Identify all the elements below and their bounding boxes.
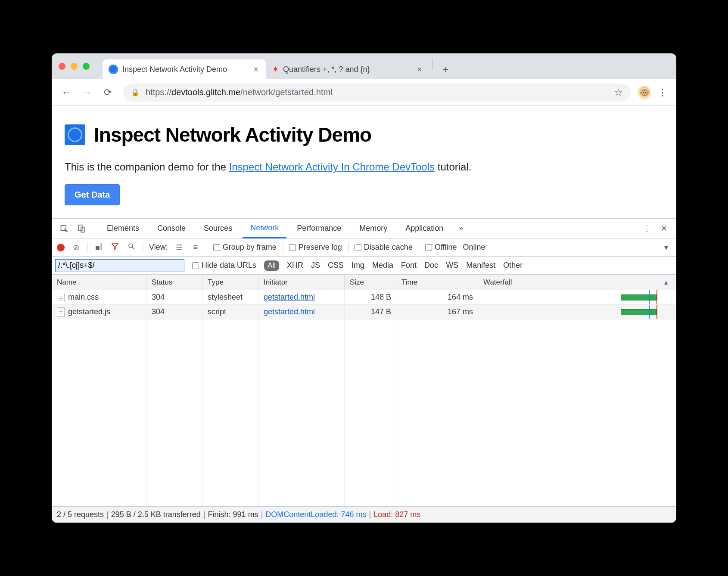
table-row[interactable]: main.css 304 stylesheet getstarted.html … [52, 290, 676, 305]
browser-tab-active[interactable]: Inspect Network Activity Demo × [103, 59, 266, 79]
window-controls [59, 53, 103, 79]
col-waterfall[interactable]: Waterfall▲ [478, 275, 676, 290]
file-icon [57, 307, 65, 317]
col-initiator[interactable]: Initiator [258, 275, 345, 290]
address-bar: ← → ⟳ 🔒 https://devtools.glitch.me/netwo… [52, 79, 676, 106]
col-size[interactable]: Size [345, 275, 396, 290]
page-content: Inspect Network Activity Demo This is th… [52, 106, 676, 218]
camera-icon[interactable]: ■ꟾ [93, 243, 104, 252]
disable-cache-checkbox[interactable]: Disable cache [355, 243, 413, 252]
chrome-devtools-icon [109, 65, 118, 74]
overview-icon[interactable]: ≡ [190, 243, 201, 252]
page-favicon-icon: ✶ [272, 65, 279, 74]
filter-type-img[interactable]: Img [352, 261, 364, 270]
col-time[interactable]: Time [396, 275, 478, 290]
minimize-window-button[interactable] [71, 63, 78, 70]
record-button[interactable] [57, 244, 65, 251]
initiator-link[interactable]: getstarted.html [264, 293, 315, 302]
svg-rect-2 [81, 227, 84, 232]
search-icon[interactable] [126, 242, 137, 252]
status-requests: 2 / 5 requests [57, 510, 104, 519]
devtools-tab-elements[interactable]: Elements [99, 219, 147, 238]
page-intro: This is the companion demo for the Inspe… [65, 161, 663, 173]
browser-window: Inspect Network Activity Demo × ✶ Quanti… [52, 53, 676, 523]
back-button[interactable]: ← [58, 84, 75, 101]
get-data-button[interactable]: Get Data [65, 184, 120, 205]
load-marker [656, 305, 657, 319]
filter-type-doc[interactable]: Doc [424, 261, 438, 270]
forward-button[interactable]: → [78, 84, 96, 101]
filter-type-ws[interactable]: WS [446, 261, 458, 270]
status-dcl: DOMContentLoaded: 746 ms [265, 510, 366, 519]
status-finish: Finish: 991 ms [208, 510, 258, 519]
url-text: https://devtools.glitch.me/network/getst… [146, 87, 333, 97]
network-filter-bar: Hide data URLs All XHR JS CSS Img Media … [52, 257, 676, 275]
filter-type-manifest[interactable]: Manifest [466, 261, 495, 270]
status-transferred: 295 B / 2.5 KB transferred [111, 510, 201, 519]
filter-type-css[interactable]: CSS [328, 261, 344, 270]
throttling-dropdown-icon[interactable]: ▾ [661, 243, 671, 252]
browser-tab[interactable]: ✶ Quantifiers +, *, ? and {n} × [266, 59, 430, 79]
inspect-element-icon[interactable] [57, 221, 72, 236]
filter-type-xhr[interactable]: XHR [287, 261, 303, 270]
initiator-link[interactable]: getstarted.html [264, 307, 315, 316]
more-tabs-icon[interactable]: » [454, 221, 468, 236]
close-window-button[interactable] [59, 63, 65, 70]
close-tab-icon[interactable]: × [415, 65, 424, 74]
lock-icon: 🔒 [131, 88, 140, 96]
maximize-window-button[interactable] [83, 63, 90, 70]
dcl-marker [649, 305, 650, 319]
large-rows-icon[interactable]: ☰ [174, 243, 184, 252]
clear-icon[interactable]: ⊘ [71, 243, 81, 252]
devtools-tab-application[interactable]: Application [398, 219, 451, 238]
filter-type-all[interactable]: All [264, 260, 279, 271]
waterfall-cell [478, 290, 676, 304]
devtools-tab-performance[interactable]: Performance [289, 219, 349, 238]
profile-avatar[interactable]: 🐵 [638, 86, 651, 99]
waterfall-cell [478, 305, 676, 319]
view-label: View: [149, 243, 168, 252]
network-table-body: main.css 304 stylesheet getstarted.html … [52, 290, 676, 506]
new-tab-button[interactable]: + [436, 59, 455, 79]
hide-data-urls-checkbox[interactable]: Hide data URLs [192, 261, 256, 270]
network-status-bar: 2 / 5 requests | 295 B / 2.5 KB transfer… [52, 506, 676, 523]
browser-menu-button[interactable]: ⋮ [655, 87, 670, 98]
svg-rect-1 [78, 225, 82, 230]
table-row[interactable]: getstarted.js 304 script getstarted.html… [52, 305, 676, 319]
reload-button[interactable]: ⟳ [99, 84, 116, 101]
tab-separator [432, 59, 433, 70]
sort-ascending-icon: ▲ [663, 279, 669, 286]
filter-type-js[interactable]: JS [311, 261, 320, 270]
devtools-tab-sources[interactable]: Sources [196, 219, 240, 238]
url-input[interactable]: 🔒 https://devtools.glitch.me/network/get… [123, 84, 631, 102]
network-table-header: Name Status Type Initiator Size Time Wat… [52, 275, 676, 290]
close-tab-icon[interactable]: × [252, 65, 260, 74]
col-type[interactable]: Type [202, 275, 258, 290]
devtools-close-icon[interactable]: ✕ [656, 221, 671, 236]
group-by-frame-checkbox[interactable]: Group by frame [213, 243, 277, 252]
devtools-tab-bar: Elements Console Sources Network Perform… [52, 219, 676, 238]
filter-type-other[interactable]: Other [503, 261, 523, 270]
tutorial-link[interactable]: Inspect Network Activity In Chrome DevTo… [229, 161, 435, 173]
online-label[interactable]: Online [463, 243, 485, 252]
dcl-marker [649, 290, 650, 304]
devtools-tab-memory[interactable]: Memory [352, 219, 395, 238]
filter-type-media[interactable]: Media [372, 261, 393, 270]
devtools-tab-network[interactable]: Network [243, 219, 286, 238]
device-toolbar-icon[interactable] [74, 221, 89, 236]
col-name[interactable]: Name [52, 275, 146, 290]
network-toolbar: ⊘ ■ꟾ View: ☰ ≡ Group by frame Preserve l… [52, 238, 676, 257]
devtools-settings-icon[interactable]: ⋮ [639, 221, 654, 236]
svg-point-3 [129, 244, 133, 248]
preserve-log-checkbox[interactable]: Preserve log [289, 243, 342, 252]
tab-title: Inspect Network Activity Demo [122, 65, 227, 74]
load-marker [656, 290, 657, 304]
filter-regex-input[interactable] [55, 259, 184, 272]
filter-type-font[interactable]: Font [401, 261, 417, 270]
col-status[interactable]: Status [146, 275, 202, 290]
bookmark-star-icon[interactable]: ☆ [614, 87, 623, 98]
offline-checkbox[interactable]: Offline [425, 243, 457, 252]
filter-icon[interactable] [110, 242, 120, 252]
file-icon [57, 293, 65, 302]
devtools-tab-console[interactable]: Console [149, 219, 193, 238]
